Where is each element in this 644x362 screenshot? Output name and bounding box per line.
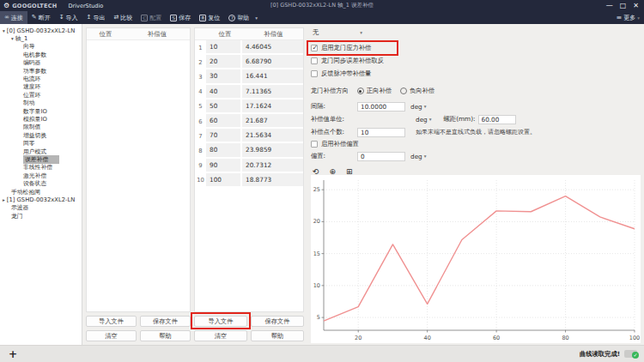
position-cell[interactable]: 20 (206, 55, 242, 69)
preset-dropdown[interactable]: 无 ▾ (311, 28, 364, 37)
sidebar-item-motor-params[interactable]: 电机参数 (0, 51, 82, 58)
sidebar-item-axis-1[interactable]: ▾轴_1 (0, 34, 82, 42)
sidebar-item-oscilloscope[interactable]: 示波器 (0, 204, 82, 212)
table2-save-file-button[interactable]: 保存文件 (251, 316, 304, 327)
chevron-down-icon[interactable]: ▾ (424, 104, 427, 109)
more-menu[interactable]: ≡ 更多 ▾ (617, 14, 640, 22)
sidebar-item-user-mode[interactable]: 用户模式 (0, 148, 82, 155)
position-cell[interactable]: 70 (206, 129, 242, 143)
table2-import-file-button[interactable]: 导入文件 (194, 316, 247, 327)
pitch-label: 螺距(mm): (444, 115, 476, 124)
toolbar-button-disconnect[interactable]: ✎断开 (27, 11, 55, 24)
sidebar-item-nonlinear-compensation[interactable]: 非线性补偿 (0, 164, 82, 172)
sidebar-item-analog-io[interactable]: 模拟量IO (0, 115, 82, 123)
pitch-hint-text: 如果末端不是直线式负载，请忽略螺距设置。 (416, 128, 536, 136)
close-button[interactable]: ✕ (633, 2, 639, 9)
sidebar-item-power-params[interactable]: 功率参数 (0, 67, 82, 75)
table1-clear-button[interactable]: 清空 (86, 330, 137, 341)
toolbar-button-save[interactable]: S保存 (166, 11, 195, 24)
table-row: 1010018.8773 (195, 173, 303, 188)
position-cell[interactable]: 40 (206, 85, 242, 100)
sidebar-item-wizard[interactable]: 向导 (0, 43, 82, 51)
value-cell[interactable]: 23.9859 (242, 143, 303, 158)
sidebar-item-digital-io[interactable]: 数字量IO (0, 107, 82, 115)
toolbar-button-label: 帮助 (237, 14, 249, 22)
position-cell[interactable]: 80 (206, 143, 242, 158)
sidebar-item-gain-switch[interactable]: 增益切换 (0, 131, 82, 139)
status-toggle[interactable]: ✓ (624, 350, 637, 358)
chevron-down-icon[interactable]: ▾ (429, 117, 432, 122)
sidebar-item-position-loop[interactable]: 位置环 (0, 91, 82, 99)
table1-import-file-button[interactable]: 导入文件 (86, 316, 137, 327)
position-cell[interactable]: 30 (206, 69, 242, 84)
value-cell[interactable]: 21.5634 (242, 129, 303, 143)
interval-unit: deg (410, 103, 422, 111)
feedback-pulse-with-compensation-checkbox[interactable] (311, 70, 318, 77)
sidebar-item-device-0[interactable]: ▾[0] GSHD-0032xXL2-LN (0, 27, 82, 34)
position-cell[interactable]: 50 (206, 100, 242, 114)
sidebar-item-brake[interactable]: 制动 (0, 100, 82, 107)
value-cell[interactable]: 20.7312 (242, 159, 303, 173)
sidebar-item-manual-brake-release[interactable]: 手动松抱闸 (0, 188, 82, 196)
toolbar-button-connect[interactable]: ∞连接 (0, 11, 27, 24)
points-count-input[interactable] (357, 128, 405, 137)
enable-compensation-offset-checkbox[interactable] (311, 141, 318, 148)
more-label: 更多 (623, 14, 635, 22)
value-cell[interactable]: 18.8773 (242, 173, 303, 188)
value-cell[interactable]: 6.68790 (242, 55, 303, 69)
main-toolbar: ∞连接✎断开↧导入↥导出⇄比较C配置S保存R复位?帮助 ▾ ≡ 更多 ▾ (0, 11, 644, 24)
sidebar-item-velocity-loop[interactable]: 速度环 (0, 83, 82, 91)
value-cell[interactable]: 7.11365 (242, 85, 303, 100)
value-cell[interactable]: 16.441 (242, 69, 303, 84)
enable-gantry-stress-compensation-checkbox[interactable] (311, 45, 318, 51)
position-cell[interactable]: 10 (206, 40, 242, 55)
sidebar-item-laser-compensation[interactable]: 激光补偿 (0, 172, 82, 179)
pitch-input[interactable] (478, 115, 516, 124)
table2-help-button[interactable]: 帮助 (251, 330, 304, 341)
table2-clear-button[interactable]: 清空 (194, 330, 247, 341)
config-icon: C (141, 15, 148, 21)
chart-reset-view-icon[interactable]: ⟲ (313, 167, 319, 176)
toolbar-overflow-caret-icon[interactable]: ▾ (255, 15, 258, 21)
toolbar-button-import[interactable]: ↧导入 (55, 11, 82, 24)
tree-caret-icon[interactable]: ▾ (11, 36, 14, 41)
value-cell[interactable]: 21.687 (242, 114, 303, 129)
toolbar-button-config[interactable]: C配置 (137, 11, 166, 24)
tree-caret-icon[interactable]: ▸ (3, 197, 5, 202)
offset-input[interactable] (357, 152, 405, 161)
table1-save-file-button[interactable]: 保存文件 (140, 316, 191, 327)
sidebar-item-encoder[interactable]: 编码器 (0, 59, 82, 67)
position-cell[interactable]: 90 (206, 159, 242, 173)
row-index: 7 (195, 129, 206, 143)
column-header-value: 补偿值 (125, 30, 190, 39)
minimize-button[interactable]: — (606, 2, 613, 9)
table1-help-button[interactable]: 帮助 (140, 330, 191, 341)
sidebar-item-limit-values[interactable]: 限制值 (0, 124, 82, 131)
sidebar-item-device-1[interactable]: ▸[1] GSHD-0032xXL2-LN (0, 196, 82, 203)
chevron-down-icon: ▾ (637, 15, 640, 21)
sidebar-item-homing[interactable]: 回零 (0, 139, 82, 147)
toolbar-button-reset[interactable]: R复位 (195, 11, 224, 24)
sidebar-item-device-status[interactable]: 设备状态 (0, 179, 82, 187)
position-cell[interactable]: 60 (206, 114, 242, 129)
positive-compensation-radio[interactable] (357, 87, 364, 94)
chevron-down-icon[interactable]: ▾ (424, 154, 427, 159)
sidebar-item-current-loop[interactable]: 电流环 (0, 75, 82, 82)
toolbar-button-label: 连接 (11, 14, 23, 22)
value-cell[interactable]: 17.1624 (242, 100, 303, 114)
position-cell[interactable]: 100 (206, 173, 242, 188)
sidebar-item-gantry[interactable]: 龙门 (0, 212, 82, 220)
chart-pan-icon[interactable]: ⊞ (346, 167, 353, 176)
sidebar-item-error-compensation[interactable]: 误差补偿 (0, 155, 82, 163)
invert-gantry-sync-error-compensation-checkbox[interactable] (311, 57, 318, 64)
tree-caret-icon[interactable]: ▾ (3, 28, 5, 33)
interval-input[interactable] (357, 102, 405, 112)
negative-compensation-radio[interactable] (400, 87, 407, 94)
maximize-button[interactable]: □ (620, 2, 627, 9)
chart-zoom-icon[interactable]: ⊕ (330, 167, 337, 176)
toolbar-button-export[interactable]: ↥导出 (82, 11, 110, 24)
toolbar-button-help[interactable]: ?帮助 (224, 11, 253, 24)
toolbar-button-compare[interactable]: ⇄比较 (109, 11, 137, 24)
add-tab-button[interactable]: + (9, 349, 17, 359)
value-cell[interactable]: 4.46045 (242, 40, 303, 55)
